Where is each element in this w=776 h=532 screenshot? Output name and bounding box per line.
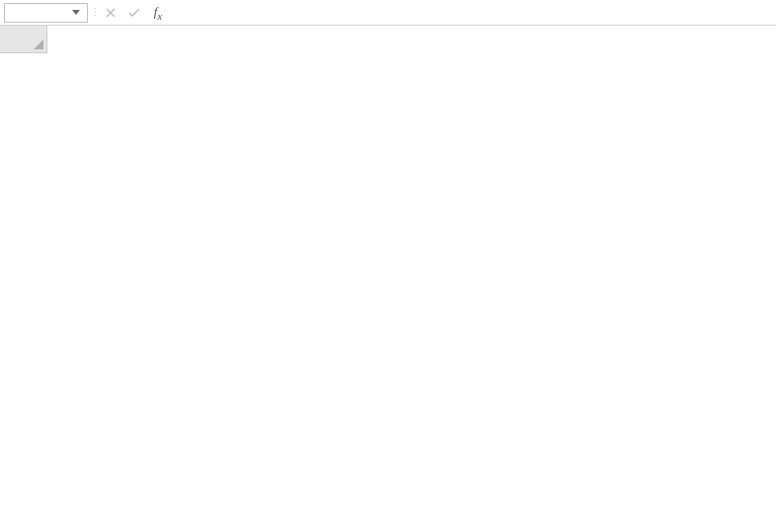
divider: ⋮ (90, 6, 98, 19)
fx-icon: fx (154, 4, 162, 22)
accept-formula-button[interactable] (123, 3, 145, 23)
check-icon (128, 8, 140, 18)
spreadsheet-grid (0, 26, 776, 532)
name-box[interactable] (4, 3, 88, 23)
formula-bar: ⋮ fx (0, 0, 776, 26)
insert-function-button[interactable]: fx (147, 3, 169, 23)
x-icon (106, 8, 116, 18)
formula-input[interactable] (171, 3, 772, 23)
cancel-formula-button[interactable] (100, 3, 121, 23)
name-box-dropdown-icon[interactable] (69, 10, 83, 15)
select-all-corner[interactable] (0, 26, 47, 53)
